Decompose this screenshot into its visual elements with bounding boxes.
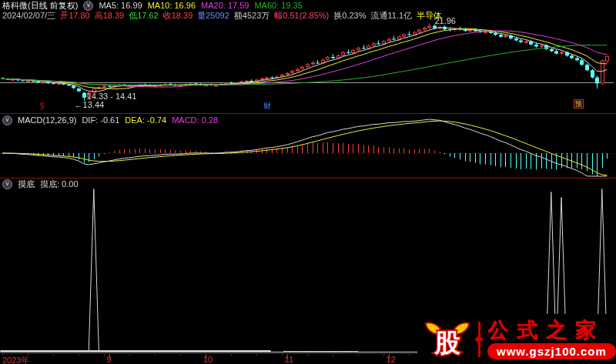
watermark-logo: 股 公式之家 www.gszj100.com: [417, 314, 616, 364]
collapse-icon[interactable]: ∨: [2, 115, 12, 125]
axis-month-label: 10: [203, 355, 213, 364]
macd-value: MACD: 0.28: [172, 115, 218, 125]
modi-panel-header: ∨ 摸底 摸底: 0.00: [2, 179, 79, 189]
amount-value: 额4523万: [234, 11, 270, 21]
axis-month-label: 9: [107, 355, 112, 364]
open-value: 开17.80: [60, 11, 90, 21]
bull-logo-char: 股: [434, 329, 460, 357]
macd-title: MACD(12,26,9): [18, 115, 76, 125]
volume-value: 量25092: [197, 11, 229, 21]
main-chart-header: 格科微(日线 前复权) ∨ MA5: 16.99 MA10: 16.96 MA2…: [2, 1, 303, 11]
float-value: 流通11.1亿: [370, 11, 412, 21]
event-marker[interactable]: 财: [263, 102, 271, 110]
chart-canvas[interactable]: [0, 0, 616, 364]
close-value: 收18.39: [163, 11, 193, 21]
dea-value: DEA: -0.74: [125, 115, 166, 125]
website-url: www.gszj100.com: [487, 343, 616, 359]
ma20-value: MA20: 17.59: [201, 1, 249, 11]
event-marker[interactable]: 预: [574, 99, 584, 109]
scrollbar-thumb[interactable]: [0, 350, 271, 352]
ma5-value: MA5: 16.99: [99, 1, 142, 11]
brand-name: 公式之家: [487, 319, 604, 342]
bull-logo-icon: 股: [424, 320, 471, 359]
modi-title: 摸底: [18, 179, 35, 189]
collapse-icon[interactable]: ∨: [2, 179, 12, 189]
stock-title: 格科微(日线 前复权): [2, 1, 78, 11]
low-value: 低17.62: [129, 11, 159, 21]
panel-separator: [0, 178, 616, 179]
diamond-icon: [474, 335, 483, 343]
annotation-high: 21.96: [434, 16, 456, 25]
macd-panel-header: ∨ MACD(12,26,9) DIF: -0.61 DEA: -0.74 MA…: [2, 115, 218, 125]
dif-value: DIF: -0.61: [82, 115, 119, 125]
axis-month-label: 12: [387, 355, 396, 364]
axis-month-label: 11: [285, 355, 293, 364]
logo-divider: [478, 322, 480, 357]
date-value: 2024/02/07/三: [2, 11, 55, 21]
axis-year-label: 2023年: [2, 355, 29, 364]
collapse-icon[interactable]: ∨: [83, 1, 93, 11]
ma10-value: MA10: 16.96: [148, 1, 196, 11]
quote-info-bar: 2024/02/07/三 开17.80 高18.39 低17.62 收18.39…: [2, 11, 442, 21]
change-value: 幅0.51(2.85%): [274, 11, 329, 21]
stock-chart-window: 格科微(日线 前复权) ∨ MA5: 16.99 MA10: 16.96 MA2…: [0, 0, 616, 364]
scrollbar-track[interactable]: [283, 351, 358, 352]
event-marker[interactable]: §: [40, 102, 45, 110]
high-value: 高18.39: [95, 11, 125, 21]
turnover-value: 换0.23%: [333, 11, 366, 21]
annotation-low: ←13.44: [75, 100, 105, 109]
modi-value: 摸底: 0.00: [40, 179, 79, 189]
ma60-value: MA60: 19.35: [254, 1, 302, 11]
panel-separator: [0, 113, 616, 114]
